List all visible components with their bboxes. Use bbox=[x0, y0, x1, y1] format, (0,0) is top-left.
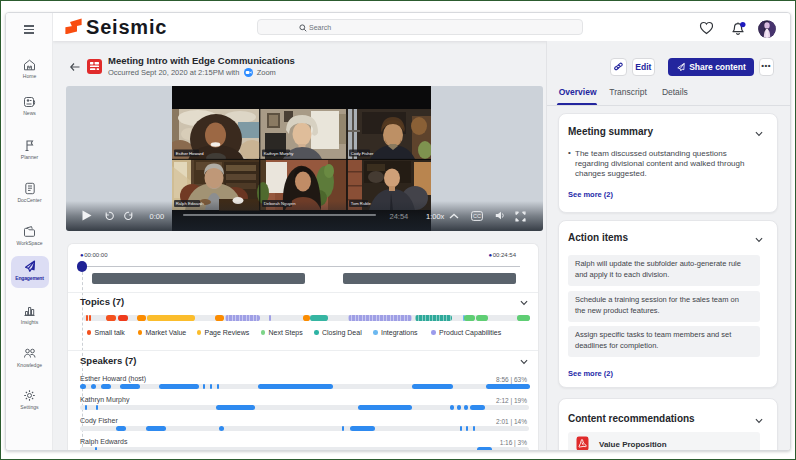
svg-text:Kathryn Murphy: Kathryn Murphy bbox=[264, 151, 294, 156]
svg-text:CC: CC bbox=[473, 213, 481, 219]
svg-text:Esther Howard: Esther Howard bbox=[176, 151, 204, 156]
svg-text:Cody Fisher: Cody Fisher bbox=[351, 151, 374, 156]
